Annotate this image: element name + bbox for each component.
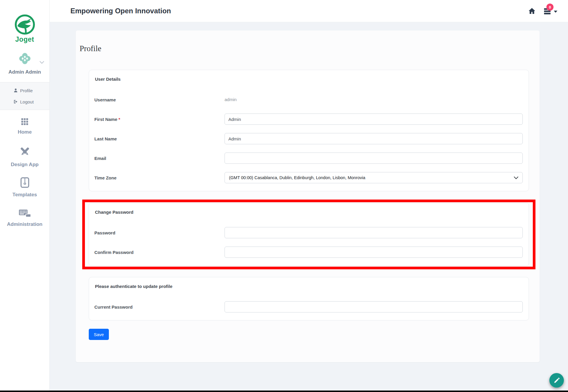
chevron-down-icon — [514, 176, 518, 179]
sidebar-item-profile[interactable]: Profile — [0, 85, 49, 96]
edit-fab-button[interactable] — [549, 373, 564, 388]
profile-form: User Details Username admin First Name* — [89, 70, 529, 340]
home-button[interactable] — [529, 8, 535, 14]
sidebar-item-label: Home — [0, 129, 49, 135]
sidebar-item-logout[interactable]: Logout — [0, 96, 49, 107]
design-tools-icon — [19, 145, 31, 158]
save-button[interactable]: Save — [89, 329, 109, 340]
keyboard-icon — [19, 210, 31, 218]
current-password-row: Current Password — [94, 301, 523, 312]
home-icon — [529, 8, 535, 14]
page-header-title: Empowering Open Innovation — [70, 7, 171, 15]
sidebar-item-design-app[interactable]: Design App — [0, 145, 49, 168]
user-name: Admin Admin — [0, 69, 49, 75]
sidebar-item-label: Administration — [0, 221, 49, 227]
chevron-down-icon[interactable] — [40, 61, 44, 64]
timezone-selected-value: (GMT 00:00) Casablanca, Dublin, Edinburg… — [229, 175, 365, 180]
section-legend: User Details — [95, 77, 523, 82]
confirm-password-field[interactable] — [225, 247, 523, 258]
password-field[interactable] — [225, 227, 523, 238]
last-name-label: Last Name — [94, 136, 225, 141]
user-details-section: User Details Username admin First Name* — [89, 70, 529, 191]
logo-text: Joget — [0, 35, 49, 43]
avatar[interactable] — [19, 53, 31, 64]
content-area: Profile User Details Username admin Firs… — [50, 22, 568, 391]
header-actions: 0 — [529, 0, 557, 22]
section-legend: Change Password — [95, 210, 523, 215]
first-name-label: First Name — [94, 117, 117, 122]
username-row: Username admin — [94, 94, 523, 105]
password-label: Password — [94, 230, 225, 235]
first-name-row: First Name* — [94, 114, 523, 125]
change-password-section: Change Password Password Confirm Passwor… — [89, 203, 529, 266]
sidebar-item-label: Profile — [20, 88, 33, 93]
user-icon — [14, 88, 18, 93]
sidebar-item-label: Logout — [20, 99, 34, 104]
email-label: Email — [94, 156, 225, 161]
change-password-highlight-box: Change Password Password Confirm Passwor… — [82, 200, 535, 269]
inbox-dropdown[interactable]: 0 — [544, 7, 557, 15]
sidebar-item-label: Templates — [0, 192, 49, 198]
account-menu: Profile Logout — [0, 82, 49, 110]
time-zone-label: Time Zone — [94, 175, 225, 180]
username-value: admin — [225, 97, 237, 102]
window-bottom-edge — [0, 391, 568, 392]
grid-icon — [21, 118, 28, 125]
time-zone-row: Time Zone (GMT 00:00) Casablanca, Dublin… — [94, 172, 523, 183]
confirm-password-row: Confirm Password — [94, 247, 523, 258]
profile-card: Profile User Details Username admin Firs… — [76, 30, 540, 362]
required-asterisk: * — [119, 117, 120, 122]
notification-badge: 0 — [546, 4, 554, 11]
sidebar-item-administration[interactable]: Administration — [0, 210, 49, 227]
joget-logo[interactable]: Joget — [0, 14, 49, 43]
logout-icon — [14, 100, 18, 104]
current-password-field[interactable] — [225, 301, 523, 312]
joget-logo-icon — [14, 14, 35, 35]
last-name-row: Last Name — [94, 133, 523, 144]
current-password-label: Current Password — [94, 304, 225, 310]
sidebar: Joget Admin Admin Profile — [0, 0, 50, 392]
timezone-select[interactable]: (GMT 00:00) Casablanca, Dublin, Edinburg… — [225, 172, 523, 183]
sidebar-item-label: Design App — [0, 162, 49, 168]
username-label: Username — [94, 97, 225, 102]
email-field[interactable] — [225, 153, 523, 164]
email-row: Email — [94, 153, 523, 164]
confirm-password-label: Confirm Password — [94, 250, 225, 255]
file-archive-icon — [20, 177, 29, 188]
header: Empowering Open Innovation 0 — [50, 0, 568, 22]
last-name-field[interactable] — [225, 133, 523, 144]
avatar-pinwheel-icon — [19, 53, 31, 64]
first-name-field[interactable] — [225, 114, 523, 125]
page-title: Profile — [80, 44, 540, 53]
sidebar-item-home[interactable]: Home — [0, 118, 49, 135]
authenticate-section: Please authenticate to update profile Cu… — [89, 277, 529, 320]
sidebar-item-templates[interactable]: Templates — [0, 177, 49, 198]
section-legend: Please authenticate to update profile — [95, 284, 523, 289]
caret-down-icon — [554, 11, 557, 13]
password-row: Password — [94, 227, 523, 238]
pencil-icon — [554, 377, 560, 384]
